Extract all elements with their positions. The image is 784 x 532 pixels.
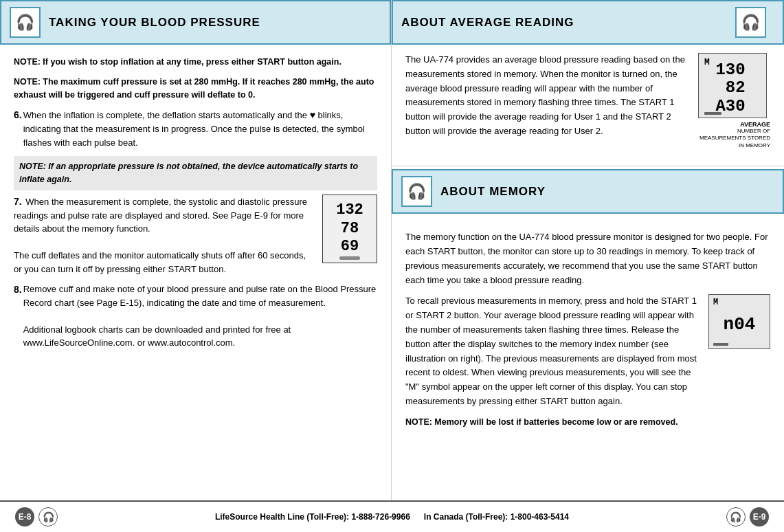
avg-device-m: M bbox=[704, 57, 710, 67]
avg-section-title: ABOUT AVERAGE READING bbox=[401, 16, 735, 30]
footer-right-icon: 🎧 bbox=[726, 507, 746, 527]
recall-device-num: n04 bbox=[724, 314, 756, 335]
left-section-header: 🎧 TAKING YOUR BLOOD PRESSURE bbox=[0, 0, 391, 45]
footer: E-8 🎧 LifeSource Health Line (Toll-Free)… bbox=[0, 500, 784, 532]
step7-text: 7. When the measurement is complete, the… bbox=[14, 195, 314, 276]
avg-device-labels: AVERAGE NUMBER OF MEASUREMENTS STORED IN… bbox=[695, 121, 770, 149]
note1: NOTE: If you wish to stop inflation at a… bbox=[14, 56, 377, 69]
canada-label: In Canada (Toll-Free): 1-800-463-5414 bbox=[424, 512, 569, 522]
step6-num: 6. bbox=[14, 108, 22, 149]
right-header-icon: 🎧 bbox=[735, 7, 766, 38]
step6-text: When the inflation is complete, the defl… bbox=[23, 108, 377, 149]
left-section-title: TAKING YOUR BLOOD PRESSURE bbox=[49, 16, 260, 30]
avg-device-battery bbox=[704, 112, 721, 115]
recall-device-m: M bbox=[713, 298, 718, 307]
num-label: NUMBER OF MEASUREMENTS STORED IN MEMORY bbox=[695, 128, 770, 149]
memory-header-icon: 🎧 bbox=[401, 176, 432, 207]
avg-device-nums: 130 82 A30 bbox=[715, 61, 749, 115]
avg-reading-text: The UA-774 provides an average blood pre… bbox=[405, 53, 695, 139]
memory-section-title: ABOUT MEMORY bbox=[440, 185, 546, 199]
left-content-area: NOTE: If you wish to stop inflation at a… bbox=[0, 45, 391, 364]
headphone-icon-right: 🎧 bbox=[741, 14, 760, 32]
footer-left-icon: 🎧 bbox=[38, 507, 58, 527]
memory-section-header: 🎧 ABOUT MEMORY bbox=[392, 169, 784, 214]
avg-section-header: ABOUT AVERAGE READING 🎧 bbox=[392, 0, 784, 45]
step8-text: Remove cuff and make note of your blood … bbox=[23, 282, 377, 350]
right-panel: ABOUT AVERAGE READING 🎧 The UA-774 provi… bbox=[392, 0, 784, 500]
memory-text1: The memory function on the UA-774 blood … bbox=[405, 230, 770, 287]
step7-line1: When the measurement is complete, the sy… bbox=[14, 197, 307, 234]
recall-text: To recall previous measurements in memor… bbox=[405, 294, 708, 408]
step6-note: NOTE: If an appropriate pressure is not … bbox=[14, 156, 377, 190]
page-right-circle: E-9 bbox=[750, 507, 769, 527]
device-battery bbox=[339, 256, 360, 260]
footer-left: E-8 🎧 bbox=[11, 507, 58, 527]
left-panel: 🎧 TAKING YOUR BLOOD PRESSURE NOTE: If yo… bbox=[0, 0, 392, 500]
step8-num: 8. bbox=[14, 282, 22, 350]
recall-device-battery bbox=[713, 343, 728, 346]
avg-label: AVERAGE bbox=[695, 121, 770, 128]
footer-center: LifeSource Health Line (Toll-Free): 1-88… bbox=[215, 512, 569, 522]
avg-device-display: M 130 82 A30 bbox=[698, 53, 767, 118]
step7-num: 7. bbox=[14, 196, 22, 207]
avg-reading-block: The UA-774 provides an average blood pre… bbox=[405, 53, 770, 149]
memory-content: The memory function on the UA-774 blood … bbox=[392, 222, 784, 435]
note2: NOTE: The maximum cuff pressure is set a… bbox=[14, 76, 377, 102]
recall-block: To recall previous measurements in memor… bbox=[405, 294, 770, 408]
page-left-num: E-8 bbox=[19, 512, 32, 522]
device-screen-top: 132 78 69 bbox=[336, 201, 363, 256]
page-right-num: E-9 bbox=[753, 512, 766, 522]
lifesource-label: LifeSource Health Line (Toll-Free): 1-88… bbox=[215, 512, 410, 522]
avg-content: The UA-774 provides an average blood pre… bbox=[392, 45, 784, 166]
headphone-icon-memory: 🎧 bbox=[407, 183, 426, 201]
note-memory: NOTE: Memory will be lost if batteries b… bbox=[405, 416, 770, 429]
step6: 6. When the inflation is complete, the d… bbox=[14, 108, 377, 149]
footer-right: 🎧 E-9 bbox=[726, 507, 773, 527]
avg-device-block: M 130 82 A30 AVERAGE NUMBER OF MEASUREME… bbox=[695, 53, 770, 149]
step7: 7. When the measurement is complete, the… bbox=[14, 195, 377, 276]
heart-icon: ♥ bbox=[310, 109, 315, 120]
device-display-left: 132 78 69 bbox=[322, 195, 377, 263]
page-left-circle: E-8 bbox=[15, 507, 34, 527]
step7-line2: The cuff deflates and the monitor automa… bbox=[14, 250, 306, 274]
headphone-icon-left: 🎧 bbox=[16, 14, 34, 32]
left-header-icon: 🎧 bbox=[10, 7, 41, 38]
recall-device-display: M n04 bbox=[708, 294, 770, 349]
step8: 8. Remove cuff and make note of your blo… bbox=[14, 282, 377, 350]
